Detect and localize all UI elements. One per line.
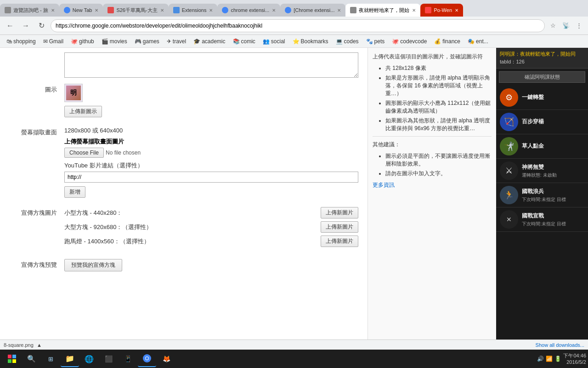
bookmark-icon[interactable]: ☆: [548, 20, 559, 31]
svg-rect-2: [8, 359, 11, 363]
reload-button[interactable]: ↻: [35, 19, 48, 32]
panel-item-status-3: 運轉狀態: 未啟動: [522, 172, 584, 178]
panel-item-info-3: 神將無雙 運轉狀態: 未啟動: [522, 163, 584, 178]
panel-item-5[interactable]: ✕ 國戰宣戰 下次時間:未指定 目標: [496, 207, 588, 232]
tab-label-5: chrome extensi...: [231, 7, 269, 13]
panel-item-icon-3: ⚔: [500, 161, 518, 180]
bookmark-bookmarks[interactable]: ⭐ Bookmarks: [290, 37, 331, 46]
panel-item-icon-1: 🏹: [500, 113, 518, 131]
upload-marquee-button[interactable]: 上傳新圖片: [321, 236, 358, 247]
bookmark-travel[interactable]: ✈ travel: [164, 37, 189, 46]
taskbar-app1[interactable]: 🦊: [157, 351, 175, 367]
add-button[interactable]: 新增: [64, 186, 85, 198]
screenshot-label: 螢幕擷取畫面: [9, 126, 64, 198]
taskbar-chrome[interactable]: 🌐: [80, 351, 98, 367]
tab-7[interactable]: 夜就輕輕地來了，開始 ✕: [345, 4, 420, 17]
panel-item-1[interactable]: 🏹 百步穿楊: [496, 110, 588, 134]
address-bar[interactable]: [51, 19, 545, 32]
cast-icon[interactable]: 📡: [560, 20, 571, 31]
panel-item-info-1: 百步穿楊: [522, 118, 584, 126]
bookmark-games[interactable]: 🎮 games: [132, 37, 162, 46]
tab-close-4[interactable]: ✕: [209, 8, 213, 13]
taskbar-task-view[interactable]: ⊞: [41, 351, 60, 367]
tab-3[interactable]: S26千草萬馬-大主 ✕: [103, 4, 168, 17]
youtube-input[interactable]: [64, 172, 358, 183]
tab-label-7: 夜就輕輕地來了，開始: [359, 7, 409, 14]
back-button[interactable]: ←: [4, 19, 17, 32]
bookmark-ent[interactable]: 🎭 ent...: [465, 37, 491, 46]
tab-close-7[interactable]: ✕: [412, 8, 416, 13]
tab-close-1[interactable]: ✕: [51, 8, 55, 13]
bookmark-bookmarks-label: Bookmarks: [301, 38, 328, 45]
bookmark-ent-icon: 🎭: [468, 38, 475, 45]
bookmark-codes-icon: 💻: [336, 38, 343, 45]
upload-large-button[interactable]: 上傳新圖片: [321, 221, 358, 233]
confirm-status-button[interactable]: 確認阿明課狀態: [499, 71, 585, 83]
panel-item-icon-5: ✕: [500, 210, 518, 229]
panel-item-0[interactable]: ⚙ 一鍵轉盤: [496, 86, 588, 110]
choose-file-button[interactable]: Choose File: [64, 148, 104, 158]
panel-item-3[interactable]: ⚔ 神將無雙 運轉狀態: 未啟動: [496, 159, 588, 183]
tab-favicon-3: [107, 7, 114, 13]
tab-favicon-6: [285, 7, 291, 13]
bookmark-github[interactable]: 🐙 github: [68, 37, 97, 46]
description-textarea[interactable]: [64, 52, 358, 78]
bookmarks-bar: 🛍 shopping ✉ Gmail 🐙 github 🎬 movies 🎮 g…: [0, 35, 588, 48]
panel-item-status-5: 下次時間:未指定 目標: [522, 221, 584, 227]
tab-bar: 遊覽諮詢吧 - 旅 ✕ New Tab ✕ S26千草萬馬-大主 ✕ Exten…: [0, 0, 588, 17]
bookmark-finance[interactable]: 💰 finance: [431, 37, 463, 46]
bookmark-codevcode-icon: 🐙: [392, 38, 399, 45]
bookmark-gmail[interactable]: ✉ Gmail: [40, 37, 66, 46]
tab-favicon-8: [425, 7, 431, 13]
panel-item-name-3: 神將無雙: [522, 163, 584, 171]
tab-favicon-5: [222, 7, 228, 13]
bookmark-academic-icon: 🎓: [193, 38, 200, 45]
bookmark-social[interactable]: 👥 social: [260, 37, 288, 46]
show-downloads-link[interactable]: Show all downloads...: [536, 342, 584, 348]
promo-content: 小型方塊 - 440x280： 上傳新圖片 大型方塊 - 920x680：（選擇…: [64, 207, 358, 250]
taskbar-terminal[interactable]: ⬛: [99, 351, 118, 367]
right-panel: 阿明課：夜就輕鬆地來了，開始同 tabId：126 確認阿明課狀態 ⚙ 一鍵轉盤…: [496, 48, 588, 339]
taskbar-file-explorer[interactable]: 📁: [61, 351, 79, 367]
tab-6[interactable]: [Chrome extensi... ✕: [280, 4, 345, 17]
preview-button[interactable]: 預覽我的宣傳方塊: [64, 259, 122, 271]
promo-section-label: 宣傳方塊圖片: [9, 207, 64, 250]
bookmark-shopping[interactable]: 🛍 shopping: [4, 37, 39, 46]
bookmark-movies[interactable]: 🎬 movies: [99, 37, 130, 46]
tab-1[interactable]: 遊覽諮詢吧 - 旅 ✕: [0, 4, 59, 17]
panel-item-2[interactable]: 🤺 草人點金: [496, 134, 588, 159]
tab-2[interactable]: New Tab ✕: [59, 4, 103, 17]
tab-8[interactable]: Po-Wen ✕: [420, 4, 463, 17]
taskbar-search[interactable]: 🔍: [22, 351, 40, 367]
tab-close-5[interactable]: ✕: [272, 8, 276, 13]
info-bullet-2: 如果是方形圖示，請使用 alpha 透明顯示角落，各保留 16 像素的透明區域（…: [385, 74, 492, 98]
taskbar-chrome2[interactable]: [138, 351, 156, 367]
start-button[interactable]: [2, 351, 22, 367]
tab-close-3[interactable]: ✕: [160, 8, 164, 13]
panel-item-4[interactable]: 🏃 國戰浪兵 下次時間:未指定 目標: [496, 183, 588, 207]
bookmark-comic-icon: 📚: [233, 38, 240, 45]
upload-small-button[interactable]: 上傳新圖片: [321, 207, 358, 218]
bookmark-codevcode[interactable]: 🐙 codevcode: [389, 37, 430, 46]
tab-close-6[interactable]: ✕: [337, 8, 341, 13]
tab-close-8[interactable]: ✕: [455, 8, 458, 13]
tab-close-2[interactable]: ✕: [95, 8, 98, 13]
tab-5[interactable]: chrome extensi... ✕: [217, 4, 280, 17]
panel-item-icon-2: 🤺: [500, 137, 518, 155]
status-expand-icon[interactable]: ▲: [37, 342, 42, 348]
upload-icon-button[interactable]: 上傳新圖示: [64, 106, 102, 117]
bookmark-codes[interactable]: 💻 codes: [333, 37, 362, 46]
menu-icon[interactable]: ⋮: [573, 20, 584, 31]
bookmark-comic[interactable]: 📚 comic: [230, 37, 258, 46]
taskbar-android[interactable]: 📱: [119, 351, 137, 367]
bookmark-pets[interactable]: 🐾 pets: [363, 37, 388, 46]
tab-4[interactable]: Extensions ✕: [169, 4, 218, 17]
more-info-link[interactable]: 更多資訊: [373, 182, 395, 188]
bookmark-travel-label: travel: [173, 38, 186, 45]
bookmark-academic[interactable]: 🎓 academic: [191, 37, 228, 46]
panel-item-info-5: 國戰宣戰 下次時間:未指定 目標: [522, 212, 584, 227]
taskbar-clock: 下午04:46 2016/5/2: [563, 352, 586, 366]
forward-button[interactable]: →: [19, 19, 32, 32]
bookmark-games-label: games: [143, 38, 159, 45]
bookmark-github-label: github: [79, 38, 94, 45]
